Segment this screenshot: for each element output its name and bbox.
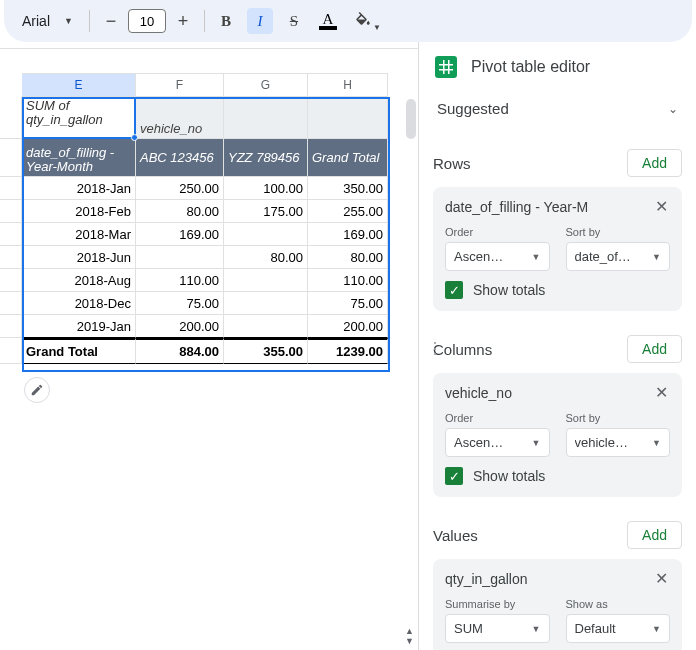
scroll-arrows[interactable]: ▲▼ <box>405 626 414 646</box>
font-name: Arial <box>22 13 50 29</box>
text-color-icon: A <box>323 12 334 26</box>
pivot-col-header: Grand Total <box>308 139 388 177</box>
show-totals-checkbox[interactable]: ✓ <box>445 281 463 299</box>
showas-label: Show as <box>566 598 671 610</box>
text-color-button[interactable]: A <box>315 12 341 30</box>
pivot-row-label: 2018-Aug <box>22 269 136 292</box>
order-select[interactable]: Ascen…▼ <box>445 428 550 457</box>
column-headers: E F G H <box>0 73 418 97</box>
spreadsheet-pane[interactable]: E F G H SUM of qty_in_gallon vehicle_no … <box>0 48 418 650</box>
chip-name: vehicle_no <box>445 385 512 401</box>
column-header[interactable]: H <box>308 73 388 97</box>
pivot-cell: 175.00 <box>224 200 308 223</box>
pivot-cell: 169.00 <box>308 223 388 246</box>
chevron-down-icon: ▼ <box>532 438 541 448</box>
italic-button[interactable]: I <box>247 8 273 34</box>
chevron-down-icon: ▼ <box>64 16 73 26</box>
column-header[interactable]: F <box>136 73 224 97</box>
grand-total-cell: 355.00 <box>224 338 308 364</box>
chevron-down-icon: ▼ <box>652 252 661 262</box>
add-row-button[interactable]: Add <box>627 149 682 177</box>
sortby-select[interactable]: date_of…▼ <box>566 242 671 271</box>
grand-total-cell: 884.00 <box>136 338 224 364</box>
pivot-cell: 250.00 <box>136 177 224 200</box>
font-selector[interactable]: Arial ▼ <box>14 9 81 33</box>
font-size-group: − + <box>100 9 194 33</box>
decrease-font-button[interactable]: − <box>100 9 122 33</box>
sortby-label: Sort by <box>566 412 671 424</box>
pivot-cell <box>224 292 308 315</box>
order-label: Order <box>445 412 550 424</box>
fill-color-button[interactable]: ▼ <box>349 8 377 34</box>
pivot-cell: 100.00 <box>224 177 308 200</box>
pivot-cell: 80.00 <box>224 246 308 269</box>
sortby-select[interactable]: vehicle…▼ <box>566 428 671 457</box>
pivot-cell <box>224 223 308 246</box>
grand-total-cell: 1239.00 <box>308 338 388 364</box>
pivot-cell: 110.00 <box>308 269 388 292</box>
drag-handle-icon[interactable]: ⋮ <box>427 346 444 352</box>
chevron-down-icon: ▼ <box>652 438 661 448</box>
pivot-row-group-label: date_of_filling - Year-Month <box>22 139 136 177</box>
fill-color-icon <box>354 12 372 30</box>
grand-total-label: Grand Total <box>22 338 136 364</box>
add-column-button[interactable]: Add <box>627 335 682 363</box>
pivot-cell: 80.00 <box>308 246 388 269</box>
vertical-scrollbar[interactable] <box>406 99 416 139</box>
pivot-cell <box>224 315 308 338</box>
grid-body: SUM of qty_in_gallon vehicle_no date_of_… <box>0 97 418 624</box>
pivot-cell: 75.00 <box>308 292 388 315</box>
toolbar-divider <box>89 10 90 32</box>
pivot-cell: 80.00 <box>136 200 224 223</box>
toolbar: Arial ▼ − + B I S A ▼ <box>4 0 692 42</box>
pivot-cell: 200.00 <box>136 315 224 338</box>
showas-select[interactable]: Default▼ <box>566 614 671 643</box>
row-field-chip[interactable]: date_of_filling - Year-M ✕ Order Ascen…▼… <box>433 187 682 311</box>
panel-title: Pivot table editor <box>471 58 590 76</box>
value-field-chip[interactable]: qty_in_gallon ✕ Summarise by SUM▼ Show a… <box>433 559 682 650</box>
show-totals-label: Show totals <box>473 282 545 298</box>
summarise-select[interactable]: SUM▼ <box>445 614 550 643</box>
pivot-row-label: 2018-Jun <box>22 246 136 269</box>
pivot-row-label: 2018-Mar <box>22 223 136 246</box>
show-totals-label: Show totals <box>473 468 545 484</box>
values-section-title: Values <box>433 527 478 544</box>
pivot-cell: 350.00 <box>308 177 388 200</box>
fill-handle[interactable] <box>131 134 138 141</box>
pivot-cell <box>136 246 224 269</box>
order-select[interactable]: Ascen…▼ <box>445 242 550 271</box>
pivot-col-header: ABC 123456 <box>136 139 224 177</box>
add-value-button[interactable]: Add <box>627 521 682 549</box>
toolbar-divider <box>204 10 205 32</box>
suggested-toggle[interactable]: Suggested ⌄ <box>433 90 682 131</box>
suggested-label: Suggested <box>437 100 509 117</box>
chevron-down-icon: ▼ <box>532 252 541 262</box>
chip-name: date_of_filling - Year-M <box>445 199 588 215</box>
column-header[interactable]: E <box>22 73 136 97</box>
sortby-label: Sort by <box>566 226 671 238</box>
chevron-down-icon: ▼ <box>373 23 381 32</box>
pivot-editor-panel: Pivot table editor Suggested ⌄ Rows Add … <box>418 42 696 650</box>
strikethrough-button[interactable]: S <box>281 8 307 34</box>
increase-font-button[interactable]: + <box>172 9 194 33</box>
rows-section-title: Rows <box>433 155 471 172</box>
pivot-col-group-label: vehicle_no <box>136 97 224 139</box>
pivot-row-label: 2018-Feb <box>22 200 136 223</box>
pivot-col-header: YZZ 789456 <box>224 139 308 177</box>
panel-header: Pivot table editor <box>419 42 696 90</box>
summarise-label: Summarise by <box>445 598 550 610</box>
pivot-cell: 110.00 <box>136 269 224 292</box>
column-field-chip[interactable]: vehicle_no ✕ Order Ascen…▼ Sort by vehic… <box>433 373 682 497</box>
order-label: Order <box>445 226 550 238</box>
font-size-input[interactable] <box>128 9 166 33</box>
chevron-down-icon: ⌄ <box>668 102 678 116</box>
pivot-row-label: 2018-Dec <box>22 292 136 315</box>
remove-chip-button[interactable]: ✕ <box>653 383 670 402</box>
remove-chip-button[interactable]: ✕ <box>653 197 670 216</box>
chevron-down-icon: ▼ <box>532 624 541 634</box>
chip-name: qty_in_gallon <box>445 571 528 587</box>
bold-button[interactable]: B <box>213 8 239 34</box>
remove-chip-button[interactable]: ✕ <box>653 569 670 588</box>
column-header[interactable]: G <box>224 73 308 97</box>
show-totals-checkbox[interactable]: ✓ <box>445 467 463 485</box>
